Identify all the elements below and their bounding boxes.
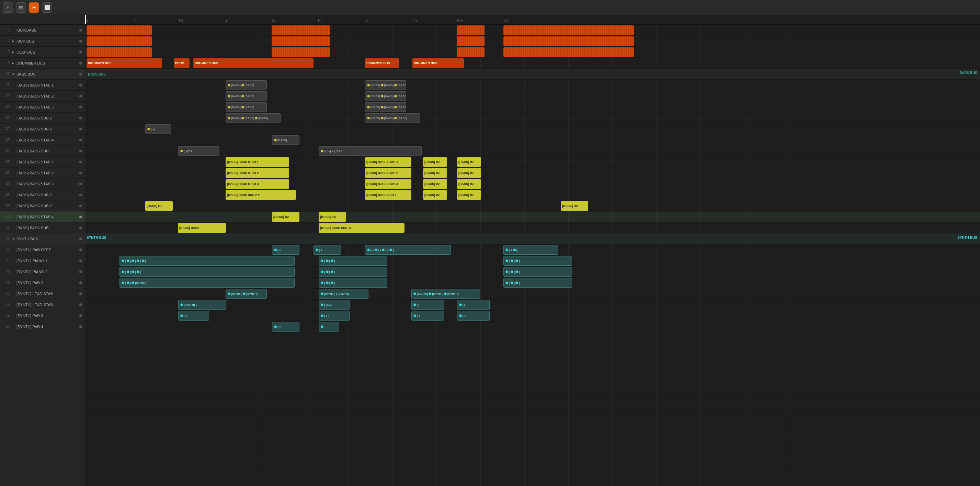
track-row[interactable]: 39 [BASS] BASS SUB 2 [0, 200, 85, 211]
clip-drummerbus-drum[interactable]: DRUM [174, 58, 189, 68]
track-expand[interactable]: ▼ [12, 72, 16, 76]
track-expand[interactable]: ▶ [12, 61, 16, 65]
clip-synth-lead48-a[interactable]: [SYNTH] L [178, 300, 226, 310]
lane-bass-stab4-40[interactable]: [BASS] BA [BASS] BA [85, 211, 980, 222]
track-row[interactable]: 46 [SYNTH] PAD 2 [0, 277, 85, 288]
track-row-bass-bus[interactable]: 27 ▼ BASS BUS [0, 69, 85, 79]
clip-bass-stab3-37-c[interactable]: [BASS] BA [423, 179, 447, 189]
clip-kickbass-1[interactable] [86, 25, 152, 35]
track-row[interactable]: 50 [SYNTH] PAD 4 [0, 321, 85, 332]
clip-synth-pad-deep-a[interactable]: [ ● [272, 245, 299, 255]
clip-synth-pad2-c[interactable]: [ [ [ [503, 278, 572, 287]
clip-kickbass-4[interactable] [503, 25, 634, 35]
lane-bass-stab2-36[interactable]: [BASS] BASS STAB 2 [BASS] BASS STAB 2 [B… [85, 167, 980, 178]
clip-synth-pad-deep-b[interactable]: [ ● [313, 245, 341, 255]
clip-bass-sub-41-a[interactable]: [BASS] BASS [178, 223, 226, 233]
clip-synth-pad3-c[interactable]: [ ● [411, 311, 444, 321]
clip-synth-pad3-b[interactable]: [ ● [ [319, 311, 350, 321]
clip-bass-stab3-b[interactable]: [BASS] [BASS] [BASS] [365, 102, 406, 112]
track-row[interactable]: 34 [BASS] BASS SUB [0, 146, 85, 157]
clip-synth-piano1-b[interactable]: [ [ [ [319, 256, 387, 266]
clip-drummerbus-3[interactable]: DRUMMER BUS [365, 58, 399, 68]
track-expand[interactable]: ▶ [12, 39, 16, 43]
track-row[interactable]: 44 [SYNTH] PIANO 1 [0, 255, 85, 266]
clip-bass-stab3-37-a[interactable]: [BASS] BASS STAB 3 [226, 179, 289, 189]
track-row[interactable]: 41 [BASS] BASS SUB [0, 222, 85, 233]
track-row[interactable]: 30 [BASS] BASS STAB 3 [0, 102, 85, 113]
clip-kickbass-3[interactable] [457, 25, 485, 35]
clip-synth-lead47-a[interactable]: [SYNTH] [SYNTH] [226, 289, 267, 299]
clip-synth-pad3-d[interactable]: [ ● [457, 311, 490, 321]
lane-synth-bus[interactable]: SYNTH BUS SYNTH BUS [85, 233, 980, 245]
clip-bass-stab1-b[interactable]: [BASS] [BASS] [BASS] [365, 80, 406, 90]
clip-bass-stab2-a[interactable]: [BASS] [BASS] [226, 91, 267, 101]
clip-synth-pad3-a[interactable]: [ ● [178, 311, 209, 321]
clip-clapbus-4[interactable] [503, 48, 634, 57]
clip-synth-pad-deep-c[interactable]: [ ● [ ● [ ● [ [365, 245, 451, 255]
add-button[interactable]: + [3, 2, 13, 13]
clip-synth-pad2-b[interactable]: [ [ [ [319, 278, 387, 287]
clip-clapbus-3[interactable] [457, 48, 485, 57]
clip-bass-stab3-37-d[interactable]: [BASS] BA [457, 179, 481, 189]
clip-bass-sub-41-b[interactable]: [BASS] BASS SUB ⊙ [319, 223, 404, 233]
track-row[interactable]: 31 [BASS] BASS SUB 2 [0, 113, 85, 124]
clip-synth-piano2-b[interactable]: [ [ [ [319, 267, 387, 276]
lane-bass-sub-34[interactable]: [ ● [BA ● [ ● [ ● [ [BAS [85, 146, 980, 157]
lane-synth-lead-stab-47[interactable]: [SYNTH] [SYNTH] [SYNTH] ● [SYNTH] [85, 288, 980, 299]
clip-bass-stab1-35-d[interactable]: [BASS] BA [457, 157, 481, 167]
clip-kickbus-3[interactable] [457, 37, 485, 46]
track-row[interactable]: 36 [BASS] BASS STAB 2 [0, 167, 85, 178]
clip-synth-lead47-b[interactable]: [SYNTH] ● [SYNTH] [319, 289, 368, 299]
clip-bass-stab2-b[interactable]: [BASS] [BASS] [BASS] [365, 91, 406, 101]
clip-synth-piano2-a[interactable]: [ [ [ [ [119, 267, 294, 276]
lane-synth-piano1[interactable]: [ [ [ [ [ [ [ [ [85, 255, 980, 266]
clip-bass-sub2-39-b[interactable]: [BASS] BA [561, 201, 588, 211]
track-row[interactable]: 1 KICK/BASS [0, 25, 85, 36]
tracks-scroll[interactable]: DRUMMER BUS DRUM DRUMMER BUS DRUMMER BUS… [85, 25, 980, 486]
clip-bass-stab4-40-b[interactable]: [BASS] BA [319, 212, 346, 222]
track-row[interactable]: 32 [BASS] BASS SUB 2 [0, 124, 85, 135]
clip-bass-sub2-38-b[interactable]: [BASS] BASS SUB 2 [365, 190, 411, 200]
clip-bass-stab1-35-b[interactable]: [BASS] BASS STAB 1 [365, 157, 411, 167]
lane-synth-lead-stab-48[interactable]: [SYNTH] L [ [SYN [ [ [85, 299, 980, 310]
clip-bass-stab1-35-a[interactable]: [BASS] BASS STAB 1 [226, 157, 289, 167]
clip-kickbus-1[interactable] [86, 37, 152, 46]
clip-bassbus-label-left[interactable]: BASS BUS [86, 69, 114, 79]
clip-synth-pad4-b[interactable] [319, 322, 339, 332]
lane-synth-pad4[interactable]: [ ● [85, 321, 980, 332]
clip-bass-stab1-a[interactable]: [BASS] [BASS] [226, 80, 267, 90]
track-row-synth-bus[interactable]: 42 ▼ SYNTH BUS [0, 233, 85, 245]
clip-kickbass-2[interactable] [272, 25, 330, 35]
clip-bass-stab4-40-a[interactable]: [BASS] BA [272, 212, 299, 222]
clip-bass-sub2-38-d[interactable]: [BASS] BA [457, 190, 481, 200]
clip-bass-sub-34-b[interactable]: ● [ ● [ ● [ [BAS [319, 146, 422, 156]
lane-synth-piano2[interactable]: [ [ [ [ [ [ [ [85, 266, 980, 277]
track-row[interactable]: 38 [BASS] BASS SUB 2 [0, 189, 85, 200]
clip-bass-stab1-35-c[interactable]: [BASS] BA [423, 157, 447, 167]
clip-synth-piano1-a[interactable]: [ [ [ [ [ [119, 256, 294, 266]
lane-bass-stab2[interactable]: [BASS] [BASS] [BASS] [BASS] [BASS] [85, 91, 980, 102]
clip-bass-sub2-b[interactable]: [BASS] [BASS] [BASS] [365, 113, 420, 123]
header-button[interactable]: H [29, 2, 39, 13]
lane-kick-bus[interactable] [85, 36, 980, 47]
track-row[interactable]: 37 [BASS] BASS STAB 3 [0, 178, 85, 189]
clip-drummerbus-1[interactable]: DRUMMER BUS [86, 58, 162, 68]
lane-bass-stab3-37[interactable]: [BASS] BASS STAB 3 [BASS] BASS STAB 3 [B… [85, 178, 980, 189]
clip-bass-sub2-32-a[interactable]: [ ● [ [145, 124, 171, 134]
clip-bass-stab3-37-b[interactable]: [BASS] BASS STAB 3 [365, 179, 411, 189]
track-row[interactable]: 35 [BASS] BASS STAB 1 [0, 157, 85, 167]
track-expand[interactable]: ▼ [12, 237, 16, 241]
track-row[interactable]: 48 [SYNTH] LEAD STAB [0, 299, 85, 310]
clip-kickbus-2[interactable] [272, 37, 330, 46]
clip-synth-piano2-c[interactable]: [ [ [ [503, 267, 572, 276]
clip-clapbus-1[interactable] [86, 48, 152, 57]
track-row[interactable]: 45 [SYNTH] PIANO 2 [0, 266, 85, 277]
clip-bass-sub2-39-a[interactable]: [BASS] BA [145, 201, 173, 211]
lane-drummer-bus[interactable]: DRUMMER BUS DRUM DRUMMER BUS DRUMMER BUS… [85, 58, 980, 69]
clip-bass-stab3-a[interactable]: [BASS] [BASS] [226, 102, 267, 112]
track-row[interactable]: 49 [SYNTH] PAD 3 [0, 310, 85, 321]
clip-bass-sub2-38-c[interactable]: [BASS] BA [423, 190, 447, 200]
clip-synth-piano1-c[interactable]: [ [ [ [503, 256, 572, 266]
lane-synth-pad3[interactable]: [ ● [ ● [ [ ● [85, 310, 980, 321]
lane-synth-pad2[interactable]: [ [ [SYNTH] [ [ [ [ [85, 277, 980, 288]
